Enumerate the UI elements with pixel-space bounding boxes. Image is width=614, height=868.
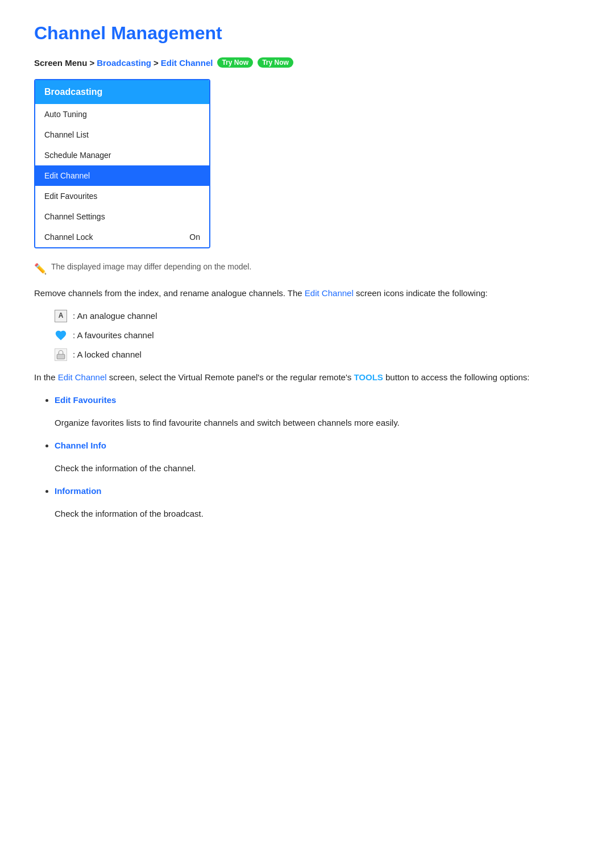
analogue-desc: : An analogue channel <box>73 309 157 323</box>
intro-text1: Remove channels from the index, and rena… <box>34 288 305 298</box>
menu-item-auto-tuning[interactable]: Auto Tuning <box>35 104 209 124</box>
menu-item-channel-list[interactable]: Channel List <box>35 124 209 145</box>
try-now-badge-2[interactable]: Try Now <box>258 57 293 68</box>
channel-info-desc: Check the information of the channel. <box>55 462 580 475</box>
page-title: Channel Management <box>34 23 580 44</box>
breadcrumb-prefix: Screen Menu <box>34 58 87 68</box>
svg-rect-0 <box>57 354 65 359</box>
locked-desc: : A locked channel <box>73 348 142 362</box>
breadcrumb-link-edit-channel[interactable]: Edit Channel <box>161 58 213 68</box>
analogue-icon: A <box>55 310 67 322</box>
pencil-icon: ✏️ <box>34 263 47 275</box>
tools-edit-channel-link[interactable]: Edit Channel <box>58 372 107 382</box>
tools-tools-link[interactable]: TOOLS <box>354 372 383 382</box>
information-desc: Check the information of the broadcast. <box>55 507 580 521</box>
icon-item-locked: : A locked channel <box>55 348 580 362</box>
option-item-edit-favourites: Edit Favourites <box>55 393 580 407</box>
option-item-channel-info: Channel Info <box>55 439 580 452</box>
breadcrumb: Screen Menu > Broadcasting > Edit Channe… <box>34 57 580 68</box>
menu-item-edit-channel[interactable]: Edit Channel <box>35 165 209 186</box>
menu-item-channel-lock[interactable]: Channel LockOn <box>35 227 209 247</box>
broadcasting-menu: Broadcasting Auto TuningChannel ListSche… <box>34 79 210 248</box>
icon-item-favourites: : A favourites channel <box>55 329 580 342</box>
tools-paragraph: In the Edit Channel screen, select the V… <box>34 371 580 384</box>
edit-favourites-link[interactable]: Edit Favourites <box>55 395 116 405</box>
favourites-icon <box>55 329 67 342</box>
menu-item-edit-favourites[interactable]: Edit Favourites <box>35 186 209 206</box>
menu-item-channel-settings[interactable]: Channel Settings <box>35 206 209 227</box>
breadcrumb-link-broadcasting[interactable]: Broadcasting <box>97 58 151 68</box>
note-text: The displayed image may differ depending… <box>51 262 251 271</box>
option-item-information: Information <box>55 484 580 498</box>
tools-text1: In the <box>34 372 58 382</box>
menu-item-schedule-manager[interactable]: Schedule Manager <box>35 145 209 165</box>
channel-info-link[interactable]: Channel Info <box>55 441 106 450</box>
tools-text2: screen, select the Virtual Remote panel'… <box>107 372 354 382</box>
tools-text3: button to access the following options: <box>383 372 530 382</box>
note-row: ✏️ The displayed image may differ depend… <box>34 262 580 275</box>
options-list-2: Channel Info <box>55 439 580 452</box>
edit-favourites-desc: Organize favorites lists to find favouri… <box>55 416 580 430</box>
icon-item-analogue: A : An analogue channel <box>55 309 580 323</box>
options-list-3: Information <box>55 484 580 498</box>
icons-list: A : An analogue channel : A favourites c… <box>55 309 580 362</box>
options-list: Edit Favourites <box>55 393 580 407</box>
intro-edit-channel-link[interactable]: Edit Channel <box>305 288 354 298</box>
favourites-desc: : A favourites channel <box>73 329 154 342</box>
try-now-badge-1[interactable]: Try Now <box>217 57 253 68</box>
intro-paragraph: Remove channels from the index, and rena… <box>34 286 580 300</box>
lock-icon <box>55 348 67 361</box>
breadcrumb-sep1: > <box>89 58 94 68</box>
breadcrumb-sep2: > <box>154 58 159 68</box>
menu-header: Broadcasting <box>35 80 209 104</box>
intro-text2: screen icons indicate the following: <box>354 288 488 298</box>
information-link[interactable]: Information <box>55 486 102 496</box>
